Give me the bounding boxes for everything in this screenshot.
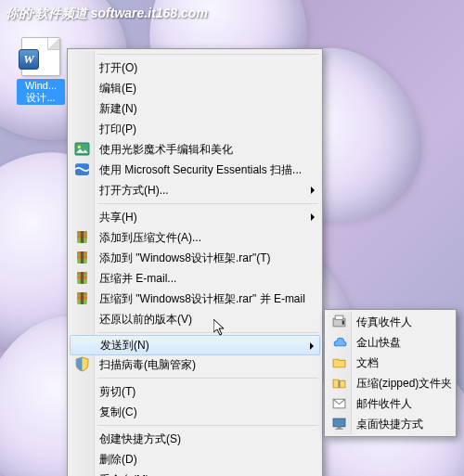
menu-item[interactable]: 压缩(zipped)文件夹	[327, 373, 454, 393]
menu-item[interactable]: 使用光影魔术手编辑和美化	[70, 139, 320, 160]
menu-item-label: 使用 Microsoft Security Essentials 扫描...	[99, 162, 302, 178]
menu-item[interactable]: 新建(N)	[70, 98, 320, 119]
menu-item-label: 添加到压缩文件(A)...	[99, 230, 201, 246]
menu-item[interactable]: 还原以前的版本(V)	[70, 309, 320, 329]
menu-separator	[97, 54, 318, 55]
menu-item-label: 创建快捷方式(S)	[99, 431, 181, 447]
menu-item[interactable]: 打开(O)	[70, 58, 320, 78]
menu-item[interactable]: 编辑(E)	[70, 78, 320, 98]
word-doc-icon: W	[21, 37, 60, 76]
menu-item[interactable]: 剪切(T)	[70, 381, 320, 402]
menu-item[interactable]: 共享(H)	[70, 207, 320, 227]
svg-rect-24	[333, 418, 345, 427]
menu-item-label: 打印(P)	[99, 122, 136, 137]
menu-item[interactable]: 文档	[327, 353, 454, 373]
rar-icon	[74, 229, 90, 245]
menu-item-label: 发送到(N)	[100, 338, 149, 354]
svg-rect-21	[342, 320, 344, 324]
menu-item[interactable]: 桌面快捷方式	[327, 414, 454, 434]
mouse-cursor	[213, 319, 228, 341]
menu-item[interactable]: 邮件收件人	[327, 393, 454, 414]
menu-separator	[97, 332, 318, 333]
svg-rect-20	[335, 315, 343, 319]
menu-item-label: 剪切(T)	[99, 384, 135, 400]
menu-item-label: 桌面快捷方式	[356, 417, 423, 432]
svg-point-1	[78, 146, 81, 148]
svg-rect-22	[338, 380, 340, 387]
file-label: Wind... 设计...	[17, 79, 65, 105]
menu-item[interactable]: 打印(P)	[70, 119, 320, 139]
svg-rect-10	[81, 251, 84, 264]
submenu-arrow-icon	[310, 342, 314, 350]
menu-item[interactable]: 传真收件人	[327, 312, 454, 332]
menu-item-label: 共享(H)	[99, 210, 137, 225]
menu-item[interactable]: 重命名(M)	[70, 470, 320, 476]
menu-separator	[97, 425, 318, 426]
mail-icon	[331, 395, 347, 411]
menu-item-label: 邮件收件人	[356, 396, 412, 412]
svg-rect-25	[337, 427, 341, 429]
ks-icon	[331, 334, 347, 350]
submenu-arrow-icon	[311, 213, 315, 221]
menu-item[interactable]: 压缩并 E-mail...	[70, 268, 320, 289]
menu-item-label: 打开(O)	[99, 60, 137, 76]
svg-rect-26	[335, 429, 343, 430]
menu-item-label: 删除(D)	[99, 452, 137, 468]
photo-icon	[74, 141, 90, 157]
menu-item[interactable]: 删除(D)	[70, 449, 320, 470]
menu-item-label: 还原以前的版本(V)	[99, 312, 192, 328]
fax-icon	[331, 314, 347, 329]
menu-item-label: 文档	[356, 355, 379, 371]
desktop-icon	[331, 416, 347, 431]
menu-item[interactable]: 打开方式(H)...	[70, 180, 320, 200]
mse-icon	[74, 161, 90, 177]
menu-item[interactable]: 发送到(N)	[70, 335, 320, 355]
context-menu: 打开(O)编辑(E)新建(N)打印(P)使用光影魔术手编辑和美化使用 Micro…	[67, 48, 323, 476]
zip-icon	[331, 375, 347, 391]
menu-item[interactable]: 压缩到 "Windows8设计框架.rar" 并 E-mail	[70, 289, 320, 309]
shield-icon	[74, 356, 90, 372]
menu-item-label: 新建(N)	[99, 101, 137, 117]
svg-rect-6	[81, 231, 84, 243]
menu-item-label: 金山快盘	[356, 335, 401, 351]
desktop-file-icon[interactable]: W Wind... 设计...	[17, 37, 65, 105]
sendto-submenu: 传真收件人金山快盘文档压缩(zipped)文件夹邮件收件人桌面快捷方式	[324, 309, 457, 437]
svg-rect-0	[75, 143, 89, 155]
menu-item-label: 重命名(M)	[99, 472, 149, 477]
rar-icon	[74, 290, 90, 306]
menu-item[interactable]: 金山快盘	[327, 332, 454, 353]
rar-icon	[74, 250, 90, 265]
submenu-arrow-icon	[311, 187, 315, 194]
menu-item[interactable]: 使用 Microsoft Security Essentials 扫描...	[70, 160, 320, 180]
docs-icon	[331, 354, 347, 370]
menu-item-label: 添加到 "Windows8设计框架.rar"(T)	[99, 251, 271, 266]
menu-item-label: 压缩(zipped)文件夹	[356, 376, 452, 392]
menu-item[interactable]: 创建快捷方式(S)	[70, 429, 320, 449]
menu-item-label: 打开方式(H)...	[99, 183, 169, 199]
menu-item[interactable]: 复制(C)	[70, 402, 320, 422]
menu-separator	[97, 203, 318, 204]
svg-rect-14	[81, 272, 84, 284]
menu-separator	[97, 378, 318, 379]
menu-item-label: 使用光影魔术手编辑和美化	[99, 142, 233, 158]
menu-item[interactable]: 添加到压缩文件(A)...	[70, 227, 320, 248]
svg-rect-18	[81, 292, 84, 304]
rar-icon	[74, 270, 90, 286]
menu-item-label: 扫描病毒(电脑管家)	[99, 357, 196, 373]
menu-item-label: 编辑(E)	[99, 81, 136, 96]
menu-item-label: 复制(C)	[99, 405, 137, 420]
menu-item-label: 传真收件人	[356, 315, 412, 330]
menu-item[interactable]: 添加到 "Windows8设计框架.rar"(T)	[70, 248, 320, 268]
menu-item[interactable]: 扫描病毒(电脑管家)	[70, 354, 320, 375]
menu-item-label: 压缩并 E-mail...	[99, 271, 176, 287]
watermark: 你的·软件频道 software.it168.com	[6, 6, 208, 22]
menu-item-label: 压缩到 "Windows8设计框架.rar" 并 E-mail	[99, 291, 305, 307]
